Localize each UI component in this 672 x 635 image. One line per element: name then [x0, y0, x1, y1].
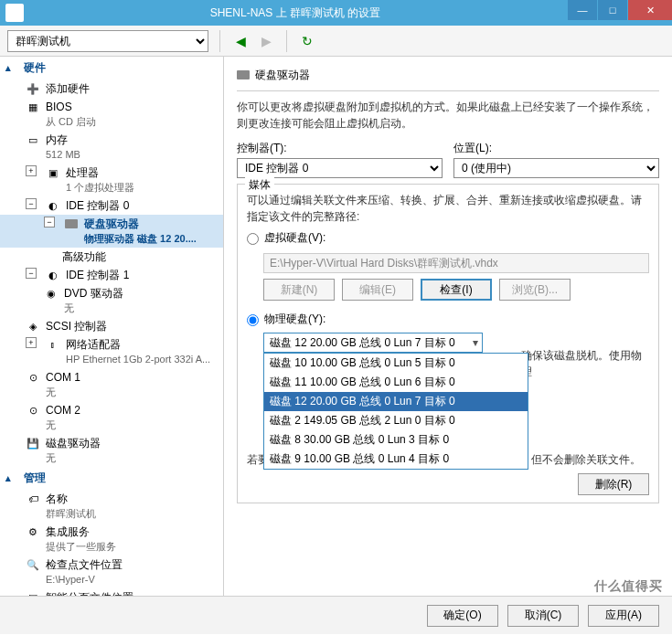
- ide0-item[interactable]: − ◐ IDE 控制器 0: [0, 196, 223, 215]
- watermark: 什么值得买: [594, 578, 663, 595]
- integration-item[interactable]: ⚙ 集成服务提供了一些服务: [0, 523, 223, 556]
- nav-forward-icon: ▶: [257, 32, 275, 50]
- combo-option[interactable]: 磁盘 2 149.05 GB 总线 2 Lun 0 目标 0: [264, 411, 528, 430]
- media-fieldset: 媒体 可以通过编辑关联文件来压缩、转换、扩展、合并、重新连接或收缩虚拟硬盘。请指…: [237, 184, 659, 503]
- vhd-path-input: [263, 253, 649, 273]
- combo-dropdown: 磁盘 10 10.00 GB 总线 0 Lun 5 目标 0 磁盘 11 10.…: [263, 353, 528, 470]
- vhd-radio[interactable]: [247, 233, 259, 245]
- bios-item[interactable]: ▦ BIOS从 CD 启动: [0, 98, 223, 131]
- media-description: 可以通过编辑关联文件来压缩、转换、扩展、合并、重新连接或收缩虚拟硬盘。请指定该文…: [247, 192, 649, 225]
- port-icon: ⊙: [26, 370, 40, 385]
- panel-description: 你可以更改将虚拟硬盘附加到虚拟机的方式。如果此磁盘上已经安装了一个操作系统，则更…: [237, 99, 659, 132]
- paging-icon: ▤: [26, 590, 40, 596]
- floppy-icon: 💾: [26, 436, 40, 450]
- expand-icon[interactable]: +: [26, 165, 37, 176]
- dvd-item[interactable]: ◉ DVD 驱动器无: [0, 284, 223, 317]
- combo-option[interactable]: 磁盘 11 10.00 GB 总线 0 Lun 6 目标 0: [264, 373, 528, 392]
- toolbar: 群晖测试机 ◀ ▶ ↻: [0, 26, 672, 57]
- ide1-item[interactable]: − ◐ IDE 控制器 1: [0, 266, 223, 284]
- new-button: 新建(N): [263, 279, 335, 301]
- location-label: 位置(L):: [453, 141, 659, 156]
- physical-note-a: 确保该磁盘脱机。使用物理: [521, 347, 649, 380]
- refresh-icon[interactable]: ↻: [298, 32, 316, 50]
- detail-panel: 硬盘驱动器 你可以更改将虚拟硬盘附加到虚拟机的方式。如果此磁盘上已经安装了一个操…: [224, 57, 672, 596]
- apply-button[interactable]: 应用(A): [588, 605, 659, 627]
- paging-item[interactable]: ▤ 智能分页文件位置E:\Hyper-V: [0, 588, 223, 596]
- inspect-button[interactable]: 检查(I): [421, 279, 492, 301]
- floppy-item[interactable]: 💾 磁盘驱动器无: [0, 434, 223, 467]
- titlebar: ⚙ SHENL-NAS 上 群晖测试机 的设置 — □ ✕: [0, 0, 672, 26]
- maximize-button[interactable]: □: [598, 0, 627, 20]
- combo-option[interactable]: 磁盘 12 20.00 GB 总线 0 Lun 7 目标 0: [264, 392, 528, 411]
- services-icon: ⚙: [26, 524, 40, 539]
- minimize-button[interactable]: —: [568, 0, 597, 20]
- com1-item[interactable]: ⊙ COM 1无: [0, 368, 223, 401]
- nav-back-icon[interactable]: ◀: [231, 32, 250, 50]
- checkpoint-icon: 🔍: [26, 557, 40, 572]
- port-icon: ⊙: [26, 403, 40, 418]
- controller-icon: ◐: [46, 198, 60, 213]
- app-icon: ⚙: [5, 4, 24, 22]
- controller-icon: ◐: [46, 268, 60, 282]
- disk-icon: [64, 217, 79, 231]
- combo-option[interactable]: 磁盘 9 10.00 GB 总线 0 Lun 4 目标 0: [264, 450, 528, 469]
- dvd-icon: ◉: [44, 286, 59, 301]
- combo-option[interactable]: 磁盘 10 10.00 GB 总线 0 Lun 5 目标 0: [264, 354, 528, 373]
- scsi-icon: ◈: [26, 319, 40, 333]
- media-title: 媒体: [245, 177, 274, 193]
- location-select[interactable]: 0 (使用中): [453, 158, 659, 178]
- hdd-item[interactable]: − 硬盘驱动器物理驱动器 磁盘 12 20....: [0, 215, 223, 248]
- ok-button[interactable]: 确定(O): [427, 605, 498, 627]
- vm-selector[interactable]: 群晖测试机: [7, 30, 208, 52]
- close-button[interactable]: ✕: [628, 0, 672, 20]
- controller-select[interactable]: IDE 控制器 0: [237, 158, 443, 178]
- hardware-tree: ▴ 硬件 ➕ 添加硬件 ▦ BIOS从 CD 启动 ▭ 内存512 MB + ▣…: [0, 57, 224, 596]
- window-title: SHENL-NAS 上 群晖测试机 的设置: [24, 5, 567, 21]
- dialog-footer: 确定(O) 取消(C) 应用(A): [0, 596, 672, 634]
- panel-title: 硬盘驱动器: [255, 68, 310, 83]
- chevron-up-icon: ▴: [5, 472, 18, 485]
- checkpoint-item[interactable]: 🔍 检查点文件位置E:\Hyper-V: [0, 556, 223, 588]
- network-icon: ⫾: [46, 337, 60, 352]
- collapse-icon[interactable]: −: [44, 217, 55, 228]
- memory-item[interactable]: ▭ 内存512 MB: [0, 131, 223, 164]
- combo-option[interactable]: 磁盘 8 30.00 GB 总线 0 Lun 3 目标 0: [264, 430, 528, 450]
- chip-icon: ▦: [26, 100, 40, 114]
- cpu-item[interactable]: + ▣ 处理器1 个虚拟处理器: [0, 164, 223, 196]
- tag-icon: 🏷: [26, 492, 40, 506]
- memory-icon: ▭: [26, 132, 40, 147]
- add-hardware-item[interactable]: ➕ 添加硬件: [0, 79, 223, 98]
- vhd-label: 虚拟硬盘(V):: [264, 230, 325, 246]
- scsi-item[interactable]: ◈ SCSI 控制器: [0, 317, 223, 335]
- nic-item[interactable]: + ⫾ 网络适配器HP Ethernet 1Gb 2-port 332i A..…: [0, 335, 223, 368]
- chevron-up-icon: ▴: [5, 62, 18, 75]
- disk-icon: [237, 69, 250, 82]
- com2-item[interactable]: ⊙ COM 2无: [0, 401, 223, 434]
- hardware-section[interactable]: ▴ 硬件: [0, 57, 223, 79]
- edit-button: 编辑(E): [342, 279, 413, 301]
- management-section[interactable]: ▴ 管理: [0, 467, 223, 490]
- cpu-icon: ▣: [46, 165, 60, 180]
- collapse-icon[interactable]: −: [26, 268, 37, 279]
- advanced-item[interactable]: 高级功能: [0, 248, 223, 266]
- physical-label: 物理硬盘(Y):: [264, 312, 325, 327]
- browse-button: 浏览(B)...: [499, 279, 571, 301]
- controller-label: 控制器(T):: [237, 141, 443, 156]
- expand-icon[interactable]: +: [26, 337, 37, 348]
- combo-selected[interactable]: 磁盘 12 20.00 GB 总线 0 Lun 7 目标 0: [263, 333, 483, 353]
- collapse-icon[interactable]: −: [26, 198, 37, 209]
- physical-disk-combo[interactable]: 磁盘 12 20.00 GB 总线 0 Lun 7 目标 0 磁盘 10 10.…: [263, 333, 483, 353]
- add-icon: ➕: [26, 81, 40, 96]
- delete-button[interactable]: 删除(R): [578, 473, 649, 495]
- name-item[interactable]: 🏷 名称群晖测试机: [0, 490, 223, 523]
- cancel-button[interactable]: 取消(C): [507, 605, 579, 627]
- physical-radio[interactable]: [247, 314, 259, 326]
